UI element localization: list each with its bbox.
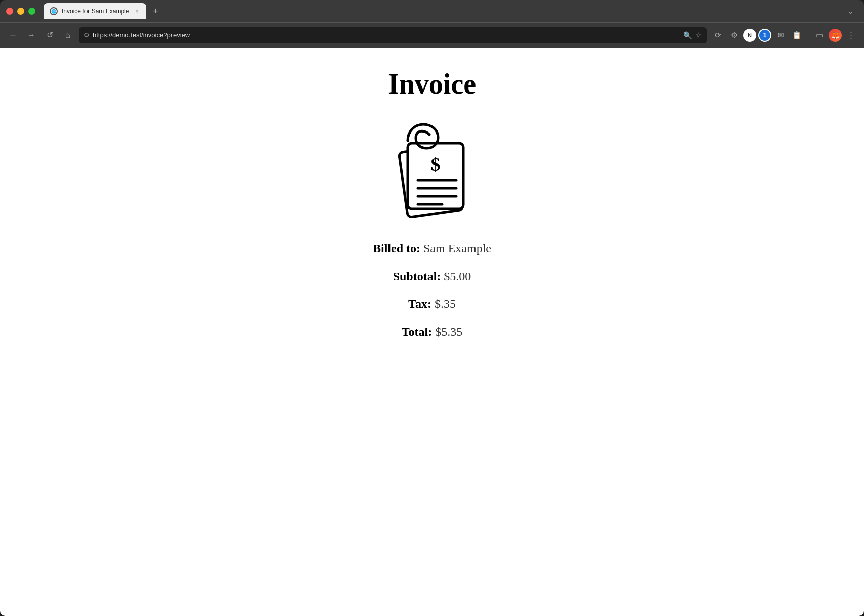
total-line: Total: $5.35 [402,325,462,339]
browser-window: 🌐 Invoice for Sam Example × + ⌄ ← → ↺ ⌂ … [0,0,864,616]
back-button[interactable]: ← [6,28,20,42]
close-button[interactable] [6,8,13,15]
forward-button[interactable]: → [24,28,38,42]
maximize-button[interactable] [28,8,35,15]
site-info-icon: ⚙ [84,32,90,39]
title-bar: 🌐 Invoice for Sam Example × + ⌄ [0,0,864,22]
reload-button[interactable]: ↺ [42,28,57,42]
tab-favicon-icon: 🌐 [50,7,58,15]
tab-dropdown-button[interactable]: ⌄ [844,7,858,15]
sidebar-icon[interactable]: ▭ [812,28,827,42]
invoice-details: Billed to: Sam Example Subtotal: $5.00 T… [373,242,491,339]
home-icon: ⌂ [65,31,70,40]
minimize-button[interactable] [17,8,24,15]
tab-bar: 🌐 Invoice for Sam Example × + [44,0,840,22]
active-tab[interactable]: 🌐 Invoice for Sam Example × [44,3,146,19]
tab-close-button[interactable]: × [133,8,140,15]
new-tab-button[interactable]: + [148,4,162,18]
nav-bar: ← → ↺ ⌂ ⚙ https://demo.test/invoice?prev… [0,22,864,48]
billed-to-label: Billed to: [373,242,420,255]
subtotal-label: Subtotal: [393,270,441,283]
forward-icon: → [27,31,35,40]
profile-avatar[interactable]: 🦊 [829,29,842,42]
invoice-heading: Invoice [388,68,476,100]
nav-icons-right: ⟳ ⚙ N 1 ✉ 📋 ▭ 🦊 ⋮ [711,28,858,42]
zoom-icon: 🔍 [683,31,692,39]
content-area: Invoice $ Billed to: [0,48,864,616]
total-label: Total: [402,325,432,338]
home-button[interactable]: ⌂ [61,28,75,42]
tax-line: Tax: $.35 [408,297,456,311]
svg-rect-5 [408,143,463,209]
subtotal-line: Subtotal: $5.00 [393,270,471,283]
traffic-lights [6,8,35,15]
back-icon: ← [9,31,17,40]
billed-to-value: Sam Example [423,242,491,255]
address-bar[interactable]: ⚙ https://demo.test/invoice?preview 🔍 ☆ [79,27,707,43]
extensions-icon[interactable]: ⚙ [727,28,741,42]
subtotal-value: $5.00 [444,270,471,283]
more-options-button[interactable]: ⋮ [844,28,858,42]
mail-icon[interactable]: ✉ [773,28,788,42]
invoice-document-icon: $ [381,120,483,222]
svg-text:$: $ [431,154,441,175]
total-value: $5.35 [435,325,462,338]
1password-icon[interactable]: 1 [758,29,771,42]
recycle-icon[interactable]: ⟳ [711,28,725,42]
bookmark-icon[interactable]: ☆ [695,31,702,40]
tab-title: Invoice for Sam Example [62,8,129,15]
tax-value: $.35 [435,297,456,311]
bardeen-icon[interactable]: N [743,29,756,42]
tax-label: Tax: [408,297,431,311]
clipboard-icon[interactable]: 📋 [790,28,804,42]
reload-icon: ↺ [47,30,53,40]
nav-separator [808,30,808,40]
url-text: https://demo.test/invoice?preview [93,31,680,39]
billed-to-line: Billed to: Sam Example [373,242,491,255]
